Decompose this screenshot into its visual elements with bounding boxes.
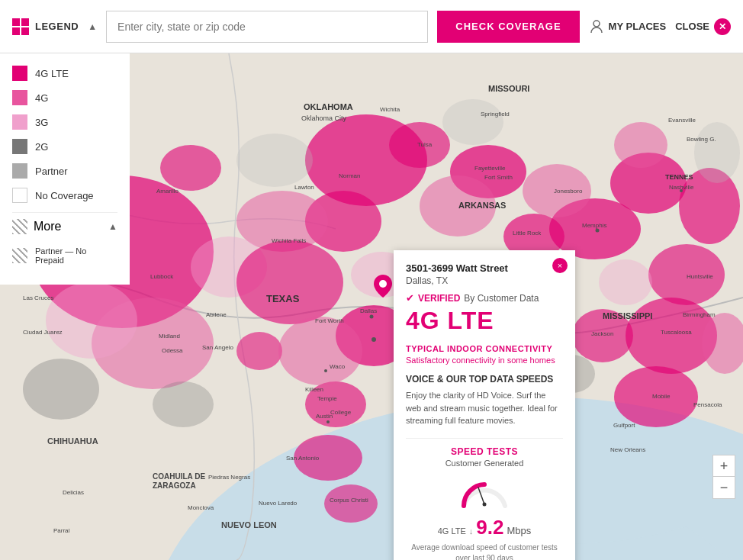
svg-rect-2 xyxy=(12,27,20,35)
legend-text-nocoverage: No Coverage xyxy=(35,190,94,201)
check-coverage-button[interactable]: CHECK COVERAGE xyxy=(437,11,579,43)
zoom-in-button[interactable]: + xyxy=(713,455,735,477)
svg-point-4 xyxy=(593,21,600,27)
legend-label: LEGEND xyxy=(35,21,79,32)
svg-point-42 xyxy=(236,134,313,187)
my-places-button[interactable]: MY PLACES xyxy=(589,19,667,34)
svg-text:MISSISSIPPI: MISSISSIPPI xyxy=(603,311,652,320)
svg-text:Tulsa: Tulsa xyxy=(417,141,433,148)
map-container[interactable]: OKLAHOMA Oklahoma City TEXAS ARKANSAS MI… xyxy=(0,53,743,560)
svg-text:San Antonio: San Antonio xyxy=(286,455,320,462)
svg-text:Parral: Parral xyxy=(53,527,70,534)
legend-more-section: More ▲ Partner — No Prepaid xyxy=(12,212,117,265)
legend-icon xyxy=(12,18,29,35)
svg-text:Mobile: Mobile xyxy=(652,393,671,400)
svg-point-46 xyxy=(278,317,362,385)
legend-item-partner: Partner xyxy=(12,163,117,179)
svg-text:Gulfport: Gulfport xyxy=(613,422,635,429)
svg-text:Delicias: Delicias xyxy=(63,489,84,496)
svg-point-108 xyxy=(379,280,387,288)
popup-divider xyxy=(406,438,563,439)
legend-swatch-partner xyxy=(12,163,27,179)
search-input[interactable] xyxy=(106,11,428,43)
legend-item-4glte: 4G LTE xyxy=(12,66,117,81)
svg-text:CHIHUAHUA: CHIHUAHUA xyxy=(47,436,98,446)
svg-text:Springfield: Springfield xyxy=(481,111,510,117)
legend-more-label: More xyxy=(34,220,61,233)
legend-swatch-partner-no-prepaid xyxy=(12,248,27,263)
popup-speed-title: SPEED TESTS xyxy=(406,446,563,457)
svg-text:NUEVO LEON: NUEVO LEON xyxy=(221,520,277,529)
svg-text:Tuscaloosa: Tuscaloosa xyxy=(661,329,692,336)
popup-network-type: 4G LTE xyxy=(406,307,563,335)
legend-swatch-4glte xyxy=(12,66,27,81)
legend-item-nocoverage: No Coverage xyxy=(12,188,117,203)
legend-button[interactable]: LEGEND ▲ xyxy=(12,18,97,35)
popup-speed-subtitle: Customer Generated xyxy=(406,459,563,468)
svg-text:Wichita: Wichita xyxy=(380,106,400,113)
svg-text:OKLAHOMA: OKLAHOMA xyxy=(304,102,353,111)
svg-text:Jonesboro: Jonesboro xyxy=(554,188,583,195)
more-swatch-icon xyxy=(12,219,27,234)
svg-text:Pensacola: Pensacola xyxy=(693,401,722,408)
svg-text:Corpus Christi: Corpus Christi xyxy=(330,497,368,504)
svg-point-26 xyxy=(236,332,282,370)
svg-point-106 xyxy=(596,229,600,233)
svg-text:Piedras Negras: Piedras Negras xyxy=(208,474,250,481)
location-popup: × 3501-3699 Watt Street Dallas, TX ✔ VER… xyxy=(394,250,575,560)
popup-speed-row: 4G LTE ↓ 9.2 Mbps xyxy=(406,516,563,539)
svg-point-103 xyxy=(324,369,327,372)
close-button[interactable]: CLOSE ✕ xyxy=(675,18,731,35)
svg-text:Abilene: Abilene xyxy=(206,311,227,318)
svg-text:Bowling G.: Bowling G. xyxy=(687,136,716,143)
svg-point-102 xyxy=(370,315,374,319)
popup-city: Dallas, TX xyxy=(406,275,563,286)
zoom-out-button[interactable]: − xyxy=(713,477,735,498)
legend-chevron-icon: ▲ xyxy=(88,21,97,32)
svg-text:Huntsville: Huntsville xyxy=(687,273,713,280)
popup-voice-desc: Enjoy the clarity of HD Voice. Surf the … xyxy=(406,389,563,427)
svg-text:Dallas: Dallas xyxy=(360,307,377,314)
svg-point-33 xyxy=(46,282,137,359)
svg-text:Jackson: Jackson xyxy=(591,330,613,337)
svg-text:Fort Worth: Fort Worth xyxy=(315,317,344,324)
svg-text:New Orleans: New Orleans xyxy=(610,446,645,453)
popup-avg-text: Average download speed of customer tests… xyxy=(406,542,563,561)
svg-text:Midland: Midland xyxy=(159,333,180,340)
svg-point-25 xyxy=(324,484,378,523)
svg-text:Temple: Temple xyxy=(317,395,337,402)
legend-text-partner-no-prepaid: Partner — No Prepaid xyxy=(35,246,117,265)
popup-address: 3501-3699 Watt Street xyxy=(406,262,563,274)
svg-text:San Angelo: San Angelo xyxy=(202,344,233,351)
zoom-controls: + − xyxy=(712,455,735,499)
svg-rect-1 xyxy=(21,18,29,26)
legend-swatch-4g xyxy=(12,90,27,105)
svg-text:Odessa: Odessa xyxy=(162,347,183,354)
svg-text:Lubbock: Lubbock xyxy=(150,273,174,280)
svg-text:Monclova: Monclova xyxy=(188,504,214,511)
svg-text:Lawton: Lawton xyxy=(294,184,314,191)
verified-label: VERIFIED xyxy=(418,293,460,304)
svg-text:Amarillo: Amarillo xyxy=(156,188,179,195)
svg-text:College: College xyxy=(330,409,352,416)
gauge-container xyxy=(406,475,563,510)
svg-point-45 xyxy=(236,240,343,324)
more-chevron-icon: ▲ xyxy=(108,221,117,232)
legend-text-2g: 2G xyxy=(35,141,48,153)
legend-item-2g: 2G xyxy=(12,139,117,154)
svg-rect-3 xyxy=(21,27,29,35)
legend-more-button[interactable]: More ▲ xyxy=(12,212,117,240)
legend-swatch-2g xyxy=(12,139,27,154)
svg-text:Nuevo Laredo: Nuevo Laredo xyxy=(259,500,298,507)
legend-text-4g: 4G xyxy=(35,92,48,104)
svg-point-104 xyxy=(326,420,330,423)
popup-indoor-title: TYPICAL INDOOR CONNECTIVITY xyxy=(406,344,563,353)
svg-rect-0 xyxy=(12,18,20,26)
speed-value: 9.2 xyxy=(476,516,503,539)
popup-close-button[interactable]: × xyxy=(552,258,568,273)
legend-item-4g: 4G xyxy=(12,90,117,105)
my-places-label: MY PLACES xyxy=(609,21,667,32)
popup-voice-title: VOICE & OUR TOP DATA SPEEDS xyxy=(406,374,563,385)
legend-item-3g: 3G xyxy=(12,114,117,130)
legend-text-3g: 3G xyxy=(35,117,48,128)
